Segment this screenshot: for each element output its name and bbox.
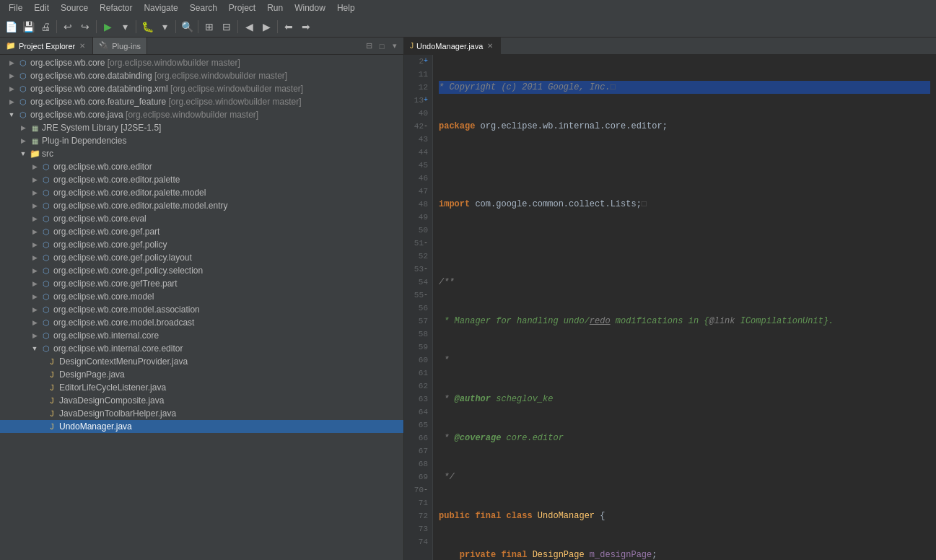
tree-label-pkg-eval: org.eclipse.wb.core.eval [52, 214, 146, 224]
fold-marker-55[interactable]: - [424, 289, 428, 302]
line-num-53: 53- [408, 263, 428, 276]
fold-marker-42[interactable]: - [424, 120, 428, 133]
tree-item-design-context[interactable]: J DesignContextMenuProvider.java [0, 355, 403, 368]
tree-item-wb-core-java[interactable]: ▼ ⬡ org.eclipse.wb.core.java [org.eclips… [0, 108, 403, 121]
tree-label-pkg-gef-part: org.eclipse.wb.core.gef.part [52, 227, 159, 237]
tree-item-wb-databinding[interactable]: ▶ ⬡ org.eclipse.wb.core.databinding [org… [0, 69, 403, 82]
new-button[interactable]: 📄 [3, 19, 19, 35]
tree-label-src: src [40, 149, 53, 159]
tree-item-pkg-model-association[interactable]: ▶ ⬡ org.eclipse.wb.core.model.associatio… [0, 303, 403, 316]
menu-help[interactable]: Help [331, 1, 361, 14]
left-panel: 📁 Project Explorer ✕ 🔌 Plug-ins ⊟ □ ▾ ▶ … [0, 38, 404, 560]
code-line-42: /** [439, 276, 930, 289]
prev-edit-button[interactable]: ◀ [241, 19, 257, 35]
menu-file[interactable]: File [3, 1, 28, 14]
fold-marker-53[interactable]: - [424, 263, 428, 276]
menu-project[interactable]: Project [223, 1, 261, 14]
line-num-73: 73 [408, 522, 428, 535]
menu-search[interactable]: Search [184, 1, 223, 14]
debug-dropdown[interactable]: ▾ [157, 19, 172, 35]
line-num-70: 70- [408, 484, 428, 496]
tree-item-java-design-composite[interactable]: J JavaDesignComposite.java [0, 394, 403, 407]
editor-tab-undo-manager[interactable]: J UndoManager.java ✕ [404, 38, 501, 54]
fold-marker-51[interactable]: - [424, 237, 428, 250]
menu-run[interactable]: Run [261, 1, 289, 14]
print-button[interactable]: 🖨 [38, 19, 53, 35]
tree-item-wb-feature[interactable]: ▶ ⬡ org.eclipse.wb.core.feature_feature … [0, 95, 403, 108]
fold-marker-70[interactable]: - [424, 484, 428, 496]
tree-item-src[interactable]: ▼ 📁 src [0, 147, 403, 160]
expand-marker-2[interactable]: + [424, 55, 428, 68]
tree-item-pkg-internal-core-editor[interactable]: ▼ ⬡ org.eclipse.wb.internal.core.editor [0, 342, 403, 355]
tab-project-explorer[interactable]: 📁 Project Explorer ✕ [0, 38, 93, 54]
pkg-icon-eval: ⬡ [40, 213, 52, 224]
tree-item-pkg-gef-part[interactable]: ▶ ⬡ org.eclipse.wb.core.gef.part [0, 225, 403, 238]
tab-project-explorer-close[interactable]: ✕ [78, 41, 87, 51]
tree-item-pkg-model-broadcast[interactable]: ▶ ⬡ org.eclipse.wb.core.model.broadcast [0, 316, 403, 329]
line-num-55: 55- [408, 289, 428, 302]
code-content[interactable]: * Copyright (c) 2011 Google, Inc.□ packa… [433, 55, 936, 560]
arrow-java-design-composite [40, 395, 46, 406]
line-num-12: 12 [408, 81, 428, 94]
tree-item-pkg-palette[interactable]: ▶ ⬡ org.eclipse.wb.core.editor.palette [0, 173, 403, 186]
next-edit-button[interactable]: ▶ [258, 19, 274, 35]
java-icon-java-design-composite: J [46, 395, 58, 406]
editor-tab-close[interactable]: ✕ [486, 41, 494, 51]
tree-label-pkg-internal-core-editor: org.eclipse.wb.internal.core.editor [52, 344, 183, 354]
menu-bar: File Edit Source Refactor Navigate Searc… [0, 0, 936, 16]
open-res-button[interactable]: ⊟ [219, 19, 235, 35]
tree-item-undo-manager[interactable]: J UndoManager.java [0, 420, 403, 433]
tree-item-pkg-palette-model-entry[interactable]: ▶ ⬡ org.eclipse.wb.core.editor.palette.m… [0, 199, 403, 212]
tree-item-pkg-geftree-part[interactable]: ▶ ⬡ org.eclipse.wb.core.gefTree.part [0, 277, 403, 290]
tree-item-pkg-gef-policy-selection[interactable]: ▶ ⬡ org.eclipse.wb.core.gef.policy.selec… [0, 264, 403, 277]
maximize-view-button[interactable]: □ [376, 40, 388, 52]
tree-item-java-design-toolbar[interactable]: J JavaDesignToolbarHelper.java [0, 407, 403, 420]
save-button[interactable]: 💾 [20, 19, 36, 35]
tree-label-pkg-gef-policy-selection: org.eclipse.wb.core.gef.policy.selection [52, 266, 203, 276]
tree-item-plugin-deps[interactable]: ▶ ▦ Plug-in Dependencies [0, 134, 403, 147]
tree-item-pkg-gef-policy-layout[interactable]: ▶ ⬡ org.eclipse.wb.core.gef.policy.layou… [0, 251, 403, 264]
toolbar-sep-3 [136, 20, 136, 33]
minimize-view-button[interactable]: ⊟ [363, 40, 375, 52]
code-editor[interactable]: 2+ 11 12 13+ 40 42- 43 44 45 46 47 48 49… [404, 55, 936, 560]
tree-item-pkg-gef-policy[interactable]: ▶ ⬡ org.eclipse.wb.core.gef.policy [0, 238, 403, 251]
run-button[interactable]: ▶ [100, 19, 115, 35]
line-num-71: 71 [408, 496, 428, 509]
tree-item-pkg-model[interactable]: ▶ ⬡ org.eclipse.wb.core.model [0, 290, 403, 303]
tree-label-pkg-gef-policy: org.eclipse.wb.core.gef.policy [52, 240, 167, 250]
open-type-button[interactable]: ⊞ [201, 19, 217, 35]
tree-item-jre[interactable]: ▶ ▦ JRE System Library [J2SE-1.5] [0, 121, 403, 134]
main-content: 📁 Project Explorer ✕ 🔌 Plug-ins ⊟ □ ▾ ▶ … [0, 38, 936, 560]
tree-label-jre: JRE System Library [J2SE-1.5] [40, 123, 161, 133]
line-num-68: 68 [408, 458, 428, 471]
tree-item-pkg-eval[interactable]: ▶ ⬡ org.eclipse.wb.core.eval [0, 212, 403, 225]
tree-item-editor-lifecycle[interactable]: J EditorLifeCycleListener.java [0, 381, 403, 394]
tree-item-wb-core[interactable]: ▶ ⬡ org.eclipse.wb.core [org.eclipse.win… [0, 56, 403, 69]
view-menu-button[interactable]: ▾ [389, 40, 401, 52]
forward-button[interactable]: ➡ [298, 19, 314, 35]
tree-item-design-page[interactable]: J DesignPage.java [0, 368, 403, 381]
arrow-pkg-model-broadcast: ▶ [29, 317, 40, 328]
tree-item-pkg-palette-model[interactable]: ▶ ⬡ org.eclipse.wb.core.editor.palette.m… [0, 186, 403, 199]
menu-edit[interactable]: Edit [28, 1, 55, 14]
search-button[interactable]: 🔍 [179, 19, 195, 35]
tree-item-wb-databinding-xml[interactable]: ▶ ⬡ org.eclipse.wb.core.databinding.xml … [0, 82, 403, 95]
run-dropdown[interactable]: ▾ [117, 19, 133, 35]
menu-navigate[interactable]: Navigate [138, 1, 183, 14]
pkg-icon-internal-core: ⬡ [40, 330, 52, 341]
tree-label-pkg-model-association: org.eclipse.wb.core.model.association [52, 305, 200, 315]
menu-refactor[interactable]: Refactor [94, 1, 138, 14]
menu-window[interactable]: Window [289, 1, 331, 14]
arrow-plugin-deps: ▶ [17, 135, 29, 146]
undo-button[interactable]: ↩ [60, 19, 76, 35]
pkg-icon-palette-model-entry: ⬡ [40, 200, 52, 211]
back-button[interactable]: ⬅ [281, 19, 297, 35]
tab-plugins[interactable]: 🔌 Plug-ins [93, 38, 147, 54]
tree-label-pkg-model: org.eclipse.wb.core.model [52, 292, 154, 302]
menu-source[interactable]: Source [55, 1, 94, 14]
tree-item-pkg-internal-core[interactable]: ▶ ⬡ org.eclipse.wb.internal.core [0, 329, 403, 342]
expand-marker-13[interactable]: + [424, 94, 428, 107]
debug-button[interactable]: 🐛 [139, 19, 155, 35]
redo-button[interactable]: ↪ [77, 19, 93, 35]
tree-item-pkg-editor[interactable]: ▶ ⬡ org.eclipse.wb.core.editor [0, 160, 403, 173]
